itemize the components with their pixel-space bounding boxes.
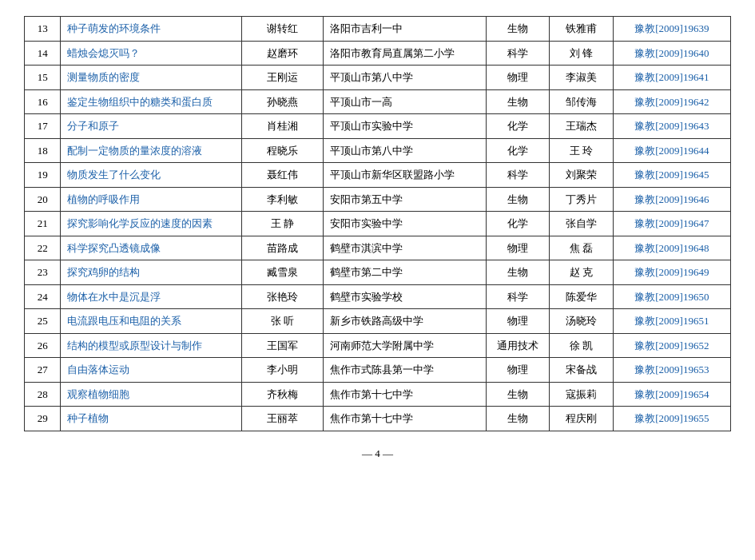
row-title: 探究鸡卵的结构 (61, 260, 242, 285)
row-subject: 生物 (486, 187, 549, 212)
row-author: 臧雪泉 (241, 260, 323, 285)
row-code: 豫教[2009]19639 (613, 17, 730, 42)
row-school: 焦作市第十七中学 (323, 382, 486, 407)
row-title: 结构的模型或原型设计与制作 (61, 333, 242, 358)
row-code: 豫教[2009]19653 (613, 358, 730, 383)
row-number: 28 (25, 382, 61, 407)
row-code: 豫教[2009]19649 (613, 260, 730, 285)
row-title: 种子植物 (61, 407, 242, 431)
table-row: 19物质发生了什么变化聂红伟平顶山市新华区联盟路小学科学刘聚荣豫教[2009]1… (25, 163, 731, 188)
row-code: 豫教[2009]19644 (613, 138, 730, 163)
row-school: 安阳市第五中学 (323, 187, 486, 212)
table-row: 25电流跟电压和电阻的关系张 听新乡市铁路高级中学物理汤晓玲豫教[2009]19… (25, 309, 731, 334)
row-number: 23 (25, 260, 61, 285)
row-code: 豫教[2009]19641 (613, 66, 730, 90)
row-author: 谢转红 (241, 17, 323, 42)
row-title: 探究影响化学反应的速度的因素 (61, 212, 242, 236)
row-subject: 化学 (486, 138, 549, 163)
row-subject: 化学 (486, 114, 549, 139)
row-school: 鹤壁市淇滨中学 (323, 236, 486, 260)
row-title: 测量物质的密度 (61, 66, 242, 90)
row-number: 21 (25, 212, 61, 236)
row-school: 鹤壁市实验学校 (323, 284, 486, 309)
table-row: 14蜡烛会熄灭吗？赵磨环洛阳市教育局直属第二小学科学刘 锋豫教[2009]196… (25, 41, 731, 66)
row-code: 豫教[2009]19645 (613, 163, 730, 188)
row-author: 苗路成 (241, 236, 323, 260)
row-code: 豫教[2009]19640 (613, 41, 730, 66)
row-school: 焦作市式陈县第一中学 (323, 358, 486, 383)
row-reviewer: 刘 锋 (550, 41, 613, 66)
table-row: 22科学探究凸透镜成像苗路成鹤壁市淇滨中学物理焦 磊豫教[2009]19648 (25, 236, 731, 260)
row-number: 17 (25, 114, 61, 139)
row-reviewer: 寇振莉 (550, 382, 613, 407)
table-row: 26结构的模型或原型设计与制作王国军河南师范大学附属中学通用技术徐 凯豫教[20… (25, 333, 731, 358)
row-school: 鹤壁市第二中学 (323, 260, 486, 285)
row-title: 观察植物细胞 (61, 382, 242, 407)
row-number: 20 (25, 187, 61, 212)
page-footer: — 4 — (24, 447, 731, 460)
row-reviewer: 刘聚荣 (550, 163, 613, 188)
row-code: 豫教[2009]19655 (613, 407, 730, 431)
row-title: 科学探究凸透镜成像 (61, 236, 242, 260)
row-number: 29 (25, 407, 61, 431)
row-code: 豫教[2009]19648 (613, 236, 730, 260)
main-table-container: 13种子萌发的环境条件谢转红洛阳市吉利一中生物铁雅甫豫教[2009]196391… (24, 16, 731, 431)
row-reviewer: 李淑美 (550, 66, 613, 90)
row-number: 26 (25, 333, 61, 358)
row-reviewer: 陈爱华 (550, 284, 613, 309)
row-title: 物体在水中是沉是浮 (61, 284, 242, 309)
row-subject: 物理 (486, 66, 549, 90)
row-title: 物质发生了什么变化 (61, 163, 242, 188)
row-subject: 物理 (486, 236, 549, 260)
row-code: 豫教[2009]19647 (613, 212, 730, 236)
table-row: 17分子和原子肖桂湘平顶山市实验中学化学王瑞杰豫教[2009]19643 (25, 114, 731, 139)
data-table: 13种子萌发的环境条件谢转红洛阳市吉利一中生物铁雅甫豫教[2009]196391… (24, 16, 731, 431)
row-subject: 生物 (486, 89, 549, 114)
row-reviewer: 王瑞杰 (550, 114, 613, 139)
row-subject: 生物 (486, 407, 549, 431)
row-author: 齐秋梅 (241, 382, 323, 407)
row-number: 25 (25, 309, 61, 334)
row-subject: 科学 (486, 284, 549, 309)
row-code: 豫教[2009]19646 (613, 187, 730, 212)
row-author: 王丽萃 (241, 407, 323, 431)
row-subject: 科学 (486, 41, 549, 66)
row-subject: 通用技术 (486, 333, 549, 358)
row-author: 王 静 (241, 212, 323, 236)
row-author: 聂红伟 (241, 163, 323, 188)
table-row: 29种子植物王丽萃焦作市第十七中学生物程庆刚豫教[2009]19655 (25, 407, 731, 431)
row-code: 豫教[2009]19643 (613, 114, 730, 139)
row-author: 孙晓燕 (241, 89, 323, 114)
row-reviewer: 王 玲 (550, 138, 613, 163)
row-title: 配制一定物质的量浓度的溶液 (61, 138, 242, 163)
row-number: 16 (25, 89, 61, 114)
row-code: 豫教[2009]19642 (613, 89, 730, 114)
row-reviewer: 邹传海 (550, 89, 613, 114)
row-number: 24 (25, 284, 61, 309)
row-school: 洛阳市吉利一中 (323, 17, 486, 42)
row-number: 27 (25, 358, 61, 383)
table-row: 21探究影响化学反应的速度的因素王 静安阳市实验中学化学张自学豫教[2009]1… (25, 212, 731, 236)
row-school: 平顶山市新华区联盟路小学 (323, 163, 486, 188)
row-school: 河南师范大学附属中学 (323, 333, 486, 358)
row-title: 电流跟电压和电阻的关系 (61, 309, 242, 334)
row-subject: 物理 (486, 309, 549, 334)
row-number: 18 (25, 138, 61, 163)
row-reviewer: 铁雅甫 (550, 17, 613, 42)
row-reviewer: 汤晓玲 (550, 309, 613, 334)
row-title: 植物的呼吸作用 (61, 187, 242, 212)
row-reviewer: 赵 克 (550, 260, 613, 285)
row-author: 王国军 (241, 333, 323, 358)
row-author: 李利敏 (241, 187, 323, 212)
row-code: 豫教[2009]19652 (613, 333, 730, 358)
table-row: 13种子萌发的环境条件谢转红洛阳市吉利一中生物铁雅甫豫教[2009]19639 (25, 17, 731, 42)
row-subject: 科学 (486, 163, 549, 188)
row-school: 平顶山市第八中学 (323, 138, 486, 163)
row-subject: 物理 (486, 358, 549, 383)
row-school: 平顶山市一高 (323, 89, 486, 114)
row-title: 蜡烛会熄灭吗？ (61, 41, 242, 66)
row-reviewer: 张自学 (550, 212, 613, 236)
row-school: 新乡市铁路高级中学 (323, 309, 486, 334)
row-reviewer: 程庆刚 (550, 407, 613, 431)
row-subject: 化学 (486, 212, 549, 236)
